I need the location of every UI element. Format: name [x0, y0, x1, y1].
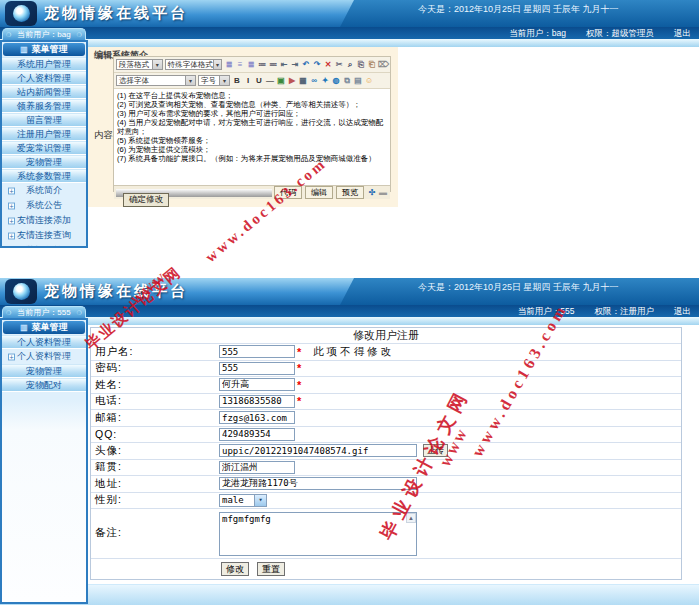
sidebar-sub-item[interactable]: +数据备份: [2, 243, 86, 246]
chevron-down-icon: ▾: [185, 76, 195, 85]
tab-preview[interactable]: 预览: [336, 186, 364, 199]
globe-icon[interactable]: ◍: [331, 76, 341, 86]
phone-input[interactable]: [219, 395, 295, 408]
smiley-icon[interactable]: ☺: [364, 76, 374, 86]
reset-button[interactable]: 重置: [257, 562, 285, 576]
sidebar-menu-button[interactable]: 站内新闻管理: [2, 85, 86, 99]
underline-icon[interactable]: U: [254, 76, 264, 86]
outdent-icon[interactable]: ⇤: [279, 60, 289, 70]
form-row-password: 密码: *: [91, 360, 681, 377]
bullet-list-icon[interactable]: ≕: [268, 60, 278, 70]
field-label: 电话:: [91, 394, 219, 408]
collapse-icon[interactable]: ▬: [378, 188, 388, 198]
sidebar-menu-button[interactable]: 系统用户管理: [2, 57, 86, 71]
clean-icon[interactable]: ⌦: [378, 60, 388, 70]
sidebar-menu-button[interactable]: 宠物配对: [2, 378, 86, 392]
sidebar-menu-button[interactable]: 系统参数管理: [2, 169, 86, 183]
align-left-icon[interactable]: ≣: [224, 60, 234, 70]
sidebar-sub-item[interactable]: +友情连接查询: [2, 228, 86, 243]
form-row-avatar: 头像: 上传: [91, 442, 681, 459]
avatar-path-input[interactable]: [219, 444, 417, 457]
table-icon[interactable]: ▦: [298, 76, 308, 86]
media-icon[interactable]: ▶: [287, 76, 297, 86]
form-row-address: 地址:: [91, 475, 681, 492]
current-user-tab[interactable]: ❍ 当前用户：bag ❍: [2, 28, 86, 40]
username-input[interactable]: [219, 345, 295, 358]
password-input[interactable]: [219, 362, 295, 375]
current-user-tab[interactable]: ❍ 当前用户：555 ❍: [2, 306, 86, 318]
redo-icon[interactable]: ↷: [312, 60, 322, 70]
bold-icon[interactable]: B: [232, 76, 242, 86]
doc-icon[interactable]: ⧉: [342, 76, 352, 86]
link-icon[interactable]: ∞: [309, 76, 319, 86]
form-row-email: 邮箱:: [91, 409, 681, 426]
sidebar-menu-button[interactable]: 爱宠常识管理: [2, 141, 86, 155]
sidebar-sub-item[interactable]: +友情连接添加: [2, 213, 86, 228]
address-input[interactable]: [219, 477, 417, 490]
menu-icon: ▥: [20, 323, 28, 332]
field-label: 地址:: [91, 477, 219, 491]
hometown-input[interactable]: [219, 461, 295, 474]
editor-text-line: (1) 在这平台上提供发布宠物信息；: [117, 91, 387, 100]
name-input[interactable]: [219, 378, 295, 391]
current-user-tab-label: 当前用户：bag: [17, 29, 70, 40]
upload-button[interactable]: 上传: [423, 444, 448, 457]
ordered-list-icon[interactable]: ≔: [257, 60, 267, 70]
chevron-down-icon: ▾: [213, 60, 221, 69]
italic-icon[interactable]: I: [243, 76, 253, 86]
hr-icon[interactable]: —: [265, 76, 275, 86]
font-size-select[interactable]: 字号▾: [198, 75, 230, 86]
sidebar-sub-item[interactable]: +系统公告: [2, 198, 86, 213]
user-band: 当前用户：555 权限：注册用户 退出: [0, 305, 699, 317]
modify-button[interactable]: 修改: [221, 562, 249, 576]
remark-textarea[interactable]: mfgmfgmfg: [219, 512, 417, 556]
find-icon[interactable]: ⌕: [345, 60, 355, 70]
gender-select[interactable]: male ▾: [219, 494, 267, 507]
special-format-select[interactable]: 特殊字体格式▾: [165, 59, 222, 70]
menu-header[interactable]: ▥ 菜单管理: [3, 321, 85, 334]
align-right-icon[interactable]: ≣: [246, 60, 256, 70]
font-family-select[interactable]: 选择字体▾: [116, 75, 196, 86]
sidebar-sub-item[interactable]: +个人资料管理: [2, 349, 86, 364]
user-register-form: 修改用户注册 用户名: * 此项不得修改 密码: *: [90, 327, 682, 580]
sidebar-menu-button[interactable]: 个人资料管理: [2, 71, 86, 85]
sidebar-menu-button[interactable]: 注册用户管理: [2, 127, 86, 141]
content-label: 内容: [94, 129, 113, 142]
field-label: 性别:: [91, 493, 219, 507]
sidebar-menu-button[interactable]: 宠物管理: [2, 155, 86, 169]
indent-icon[interactable]: ⇥: [290, 60, 300, 70]
sidebar-menu-button[interactable]: 宠物管理: [2, 364, 86, 378]
logo-circle-icon: [13, 5, 30, 22]
anchor-icon[interactable]: ✦: [320, 76, 330, 86]
email-input[interactable]: [219, 411, 295, 424]
cut-icon[interactable]: ✂: [334, 60, 344, 70]
layout-icon[interactable]: ▤: [353, 76, 363, 86]
date-text: 今天是：2012年10月25日 星期四 壬辰年 九月十一: [418, 281, 619, 294]
confirm-modify-button[interactable]: 确定修改: [123, 193, 169, 207]
sidebar-menu-button[interactable]: 个人资料管理: [2, 335, 86, 349]
expand-icon: +: [8, 353, 15, 360]
sidebar-menu-button[interactable]: 留言管理: [2, 113, 86, 127]
qq-input[interactable]: [219, 428, 295, 441]
menu-header[interactable]: ▥ 菜单管理: [3, 43, 85, 56]
delete-icon[interactable]: ✕: [323, 60, 333, 70]
paste-icon[interactable]: ⎗: [367, 60, 377, 70]
sidebar-menu-button[interactable]: 领养服务管理: [2, 99, 86, 113]
scroll-up-icon[interactable]: ▲: [406, 513, 416, 523]
design-mode-icon[interactable]: ✣: [367, 188, 377, 198]
editor-text-line: (4) 当用户发起宠物配对申请，对方宠物主可进行响应，进行交流，以达成宠物配对意…: [117, 118, 387, 136]
sidebar: ▥ 菜单管理 系统用户管理个人资料管理站内新闻管理领养服务管理留言管理注册用户管…: [0, 40, 88, 248]
undo-icon[interactable]: ↶: [301, 60, 311, 70]
paragraph-format-select[interactable]: 段落格式▾: [116, 59, 163, 70]
tab-edit[interactable]: 编辑: [305, 186, 333, 199]
tab-code[interactable]: 代码: [274, 186, 302, 199]
editor-toolbar-row1: 段落格式▾ 特殊字体格式▾ ≣≡≣≔≕⇤⇥↶↷✕✂⌕⎘⎗⌦: [114, 57, 390, 73]
image-icon[interactable]: ▣: [276, 76, 286, 86]
form-row-hometown: 籍贯:: [91, 459, 681, 476]
copy-icon[interactable]: ⎘: [356, 60, 366, 70]
sidebar-sub-item[interactable]: +系统简介: [2, 183, 86, 198]
editor-body[interactable]: (1) 在这平台上提供发布宠物信息；(2) 可浏览及查询相关宠物、查看宠物信息（…: [114, 89, 390, 185]
form-buttons-row: 修改 重置: [91, 558, 681, 579]
current-user-tab-label: 当前用户：555: [17, 307, 70, 318]
align-center-icon[interactable]: ≡: [235, 60, 245, 70]
